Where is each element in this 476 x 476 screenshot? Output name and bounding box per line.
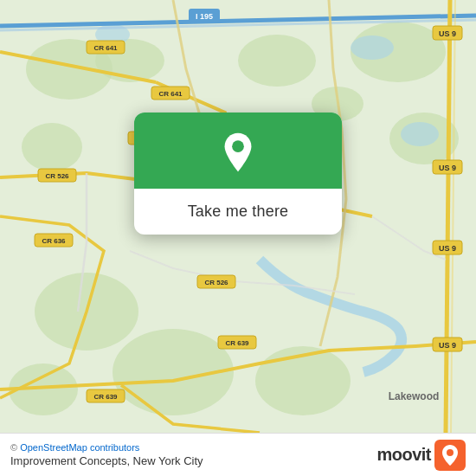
svg-point-44	[447, 449, 453, 456]
popup-green-area	[134, 113, 342, 189]
moovit-logo: moovit	[376, 440, 466, 471]
svg-text:US 9: US 9	[439, 29, 456, 38]
moovit-text: moovit	[376, 445, 431, 465]
svg-text:CR 636: CR 636	[42, 237, 66, 245]
svg-point-13	[351, 35, 394, 60]
svg-text:US 9: US 9	[439, 164, 456, 172]
svg-text:CR 526: CR 526	[45, 172, 69, 180]
copyright-symbol: ©	[10, 442, 17, 453]
svg-point-14	[401, 122, 439, 146]
svg-text:US 9: US 9	[439, 244, 456, 253]
svg-text:CR 639: CR 639	[225, 339, 249, 347]
svg-text:I 195: I 195	[196, 12, 213, 21]
bottom-left: © OpenStreetMap contributors Improvement…	[10, 442, 203, 467]
svg-point-5	[22, 123, 82, 171]
svg-point-42	[232, 140, 244, 152]
moovit-icon	[434, 440, 466, 471]
bottom-bar: © OpenStreetMap contributors Improvement…	[0, 433, 476, 476]
take-me-there-button[interactable]: Take me there	[160, 189, 317, 235]
svg-text:US 9: US 9	[439, 341, 456, 350]
svg-text:CR 526: CR 526	[204, 279, 228, 286]
popup-card: Take me there	[134, 113, 342, 235]
map-container: I 195 US 9 CR 641 CR 641 CR 636 CR 63 CR…	[0, 0, 476, 433]
osm-link[interactable]: OpenStreetMap contributors	[20, 442, 139, 453]
svg-text:CR 639: CR 639	[93, 393, 118, 401]
osm-credit: © OpenStreetMap contributors	[10, 442, 203, 453]
svg-text:Lakewood: Lakewood	[389, 390, 440, 402]
svg-text:CR 641: CR 641	[93, 44, 118, 52]
svg-text:CR 641: CR 641	[158, 90, 183, 98]
svg-point-7	[238, 35, 316, 87]
place-name: Improvement Concepts, New York City	[10, 454, 203, 467]
map-pin-icon	[217, 132, 259, 173]
